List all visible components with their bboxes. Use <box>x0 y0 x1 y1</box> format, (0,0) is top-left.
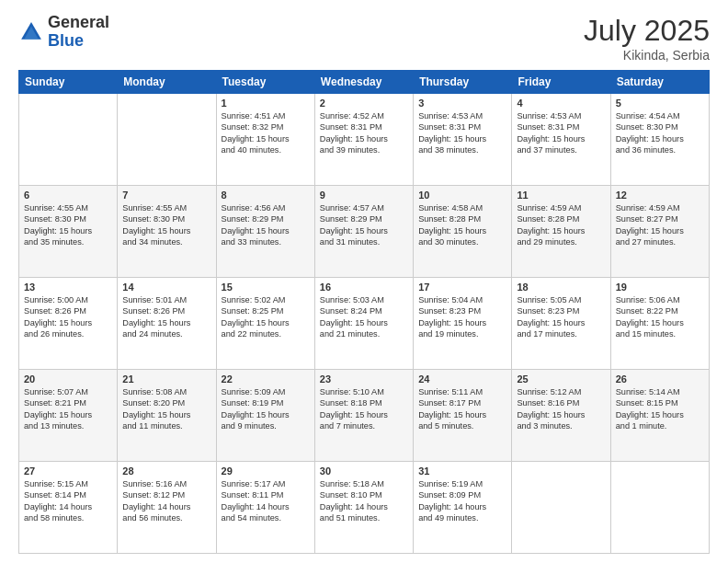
day-header-saturday: Saturday <box>610 71 709 94</box>
day-number: 17 <box>418 282 506 293</box>
day-number: 5 <box>616 98 704 109</box>
day-number: 31 <box>418 465 506 477</box>
calendar-cell: 11Sunrise: 4:59 AM Sunset: 8:28 PM Dayli… <box>512 186 610 278</box>
day-info: Sunrise: 5:05 AM Sunset: 8:23 PM Dayligh… <box>517 294 605 340</box>
calendar-cell: 30Sunrise: 5:18 AM Sunset: 8:10 PM Dayli… <box>314 462 413 554</box>
day-number: 16 <box>320 282 408 293</box>
calendar-cell: 25Sunrise: 5:12 AM Sunset: 8:16 PM Dayli… <box>512 370 610 462</box>
day-info: Sunrise: 5:15 AM Sunset: 8:14 PM Dayligh… <box>24 478 112 524</box>
calendar-cell: 15Sunrise: 5:02 AM Sunset: 8:25 PM Dayli… <box>216 278 314 370</box>
day-number: 29 <box>222 465 310 477</box>
day-number: 15 <box>222 282 310 293</box>
calendar-cell: 20Sunrise: 5:07 AM Sunset: 8:21 PM Dayli… <box>19 370 118 462</box>
calendar-cell <box>512 462 610 554</box>
day-info: Sunrise: 4:54 AM Sunset: 8:30 PM Dayligh… <box>616 110 704 156</box>
day-info: Sunrise: 4:57 AM Sunset: 8:29 PM Dayligh… <box>320 202 408 248</box>
day-number: 27 <box>24 465 112 477</box>
day-number: 6 <box>24 190 112 201</box>
day-info: Sunrise: 5:12 AM Sunset: 8:16 PM Dayligh… <box>517 386 605 432</box>
day-info: Sunrise: 4:59 AM Sunset: 8:27 PM Dayligh… <box>616 202 704 248</box>
calendar-cell: 23Sunrise: 5:10 AM Sunset: 8:18 PM Dayli… <box>314 370 413 462</box>
calendar-cell: 12Sunrise: 4:59 AM Sunset: 8:27 PM Dayli… <box>610 186 709 278</box>
calendar-cell: 7Sunrise: 4:55 AM Sunset: 8:30 PM Daylig… <box>118 186 216 278</box>
day-info: Sunrise: 5:16 AM Sunset: 8:12 PM Dayligh… <box>122 478 210 524</box>
day-info: Sunrise: 4:55 AM Sunset: 8:30 PM Dayligh… <box>122 202 210 248</box>
calendar-cell: 9Sunrise: 4:57 AM Sunset: 8:29 PM Daylig… <box>314 186 413 278</box>
day-number: 25 <box>517 373 605 385</box>
calendar-cell: 16Sunrise: 5:03 AM Sunset: 8:24 PM Dayli… <box>314 278 413 370</box>
day-header-tuesday: Tuesday <box>216 71 314 94</box>
calendar-body: 1Sunrise: 4:51 AM Sunset: 8:32 PM Daylig… <box>19 94 710 554</box>
calendar-cell: 29Sunrise: 5:17 AM Sunset: 8:11 PM Dayli… <box>216 462 314 554</box>
day-info: Sunrise: 5:08 AM Sunset: 8:20 PM Dayligh… <box>122 386 210 432</box>
title-block: July 2025 Kikinda, Serbia <box>584 14 710 63</box>
day-info: Sunrise: 5:11 AM Sunset: 8:17 PM Dayligh… <box>418 386 506 432</box>
calendar-cell: 21Sunrise: 5:08 AM Sunset: 8:20 PM Dayli… <box>118 370 216 462</box>
day-info: Sunrise: 5:00 AM Sunset: 8:26 PM Dayligh… <box>24 294 112 340</box>
calendar-cell: 1Sunrise: 4:51 AM Sunset: 8:32 PM Daylig… <box>216 94 314 186</box>
day-header-friday: Friday <box>512 71 610 94</box>
day-number: 7 <box>122 190 210 201</box>
day-info: Sunrise: 4:52 AM Sunset: 8:31 PM Dayligh… <box>320 110 408 156</box>
calendar-cell: 22Sunrise: 5:09 AM Sunset: 8:19 PM Dayli… <box>216 370 314 462</box>
calendar-table: SundayMondayTuesdayWednesdayThursdayFrid… <box>18 70 710 554</box>
week-row-5: 27Sunrise: 5:15 AM Sunset: 8:14 PM Dayli… <box>19 462 710 554</box>
calendar-cell: 27Sunrise: 5:15 AM Sunset: 8:14 PM Dayli… <box>19 462 118 554</box>
calendar-cell <box>19 94 118 186</box>
calendar-cell <box>118 94 216 186</box>
day-number: 4 <box>517 98 605 109</box>
day-number: 21 <box>122 373 210 385</box>
calendar-cell: 6Sunrise: 4:55 AM Sunset: 8:30 PM Daylig… <box>19 186 118 278</box>
logo-text: General Blue <box>48 14 109 51</box>
day-number: 23 <box>320 373 408 385</box>
calendar-cell: 13Sunrise: 5:00 AM Sunset: 8:26 PM Dayli… <box>19 278 118 370</box>
day-number: 12 <box>616 190 704 201</box>
day-info: Sunrise: 5:09 AM Sunset: 8:19 PM Dayligh… <box>222 386 310 432</box>
day-number: 28 <box>122 465 210 477</box>
calendar-cell: 5Sunrise: 4:54 AM Sunset: 8:30 PM Daylig… <box>610 94 709 186</box>
day-info: Sunrise: 4:55 AM Sunset: 8:30 PM Dayligh… <box>24 202 112 248</box>
location: Kikinda, Serbia <box>584 48 710 63</box>
day-number: 10 <box>418 190 506 201</box>
calendar-cell: 3Sunrise: 4:53 AM Sunset: 8:31 PM Daylig… <box>414 94 512 186</box>
calendar-cell: 28Sunrise: 5:16 AM Sunset: 8:12 PM Dayli… <box>118 462 216 554</box>
day-number: 3 <box>418 98 506 109</box>
day-info: Sunrise: 5:03 AM Sunset: 8:24 PM Dayligh… <box>320 294 408 340</box>
day-header-sunday: Sunday <box>19 71 118 94</box>
logo-blue-text: Blue <box>48 31 84 50</box>
week-row-4: 20Sunrise: 5:07 AM Sunset: 8:21 PM Dayli… <box>19 370 710 462</box>
calendar-cell: 4Sunrise: 4:53 AM Sunset: 8:31 PM Daylig… <box>512 94 610 186</box>
day-header-wednesday: Wednesday <box>314 71 413 94</box>
day-info: Sunrise: 5:18 AM Sunset: 8:10 PM Dayligh… <box>320 478 408 524</box>
day-header-thursday: Thursday <box>414 71 512 94</box>
day-info: Sunrise: 5:19 AM Sunset: 8:09 PM Dayligh… <box>418 478 506 524</box>
day-info: Sunrise: 5:04 AM Sunset: 8:23 PM Dayligh… <box>418 294 506 340</box>
day-number: 19 <box>616 282 704 293</box>
header-row: SundayMondayTuesdayWednesdayThursdayFrid… <box>19 71 710 94</box>
day-number: 30 <box>320 465 408 477</box>
week-row-2: 6Sunrise: 4:55 AM Sunset: 8:30 PM Daylig… <box>19 186 710 278</box>
day-info: Sunrise: 5:06 AM Sunset: 8:22 PM Dayligh… <box>616 294 704 340</box>
day-info: Sunrise: 5:02 AM Sunset: 8:25 PM Dayligh… <box>222 294 310 340</box>
calendar-cell <box>610 462 709 554</box>
logo-general-text: General <box>48 13 109 31</box>
logo: General Blue <box>18 14 109 51</box>
logo-icon <box>18 19 44 45</box>
day-number: 20 <box>24 373 112 385</box>
calendar-cell: 17Sunrise: 5:04 AM Sunset: 8:23 PM Dayli… <box>414 278 512 370</box>
day-info: Sunrise: 4:53 AM Sunset: 8:31 PM Dayligh… <box>517 110 605 156</box>
calendar-cell: 24Sunrise: 5:11 AM Sunset: 8:17 PM Dayli… <box>414 370 512 462</box>
calendar-cell: 18Sunrise: 5:05 AM Sunset: 8:23 PM Dayli… <box>512 278 610 370</box>
day-info: Sunrise: 4:58 AM Sunset: 8:28 PM Dayligh… <box>418 202 506 248</box>
month-title: July 2025 <box>584 14 710 48</box>
calendar-cell: 26Sunrise: 5:14 AM Sunset: 8:15 PM Dayli… <box>610 370 709 462</box>
calendar-cell: 31Sunrise: 5:19 AM Sunset: 8:09 PM Dayli… <box>414 462 512 554</box>
week-row-1: 1Sunrise: 4:51 AM Sunset: 8:32 PM Daylig… <box>19 94 710 186</box>
day-number: 14 <box>122 282 210 293</box>
day-header-monday: Monday <box>118 71 216 94</box>
day-number: 22 <box>222 373 310 385</box>
day-info: Sunrise: 5:17 AM Sunset: 8:11 PM Dayligh… <box>222 478 310 524</box>
day-number: 1 <box>222 98 310 109</box>
day-number: 13 <box>24 282 112 293</box>
day-number: 9 <box>320 190 408 201</box>
